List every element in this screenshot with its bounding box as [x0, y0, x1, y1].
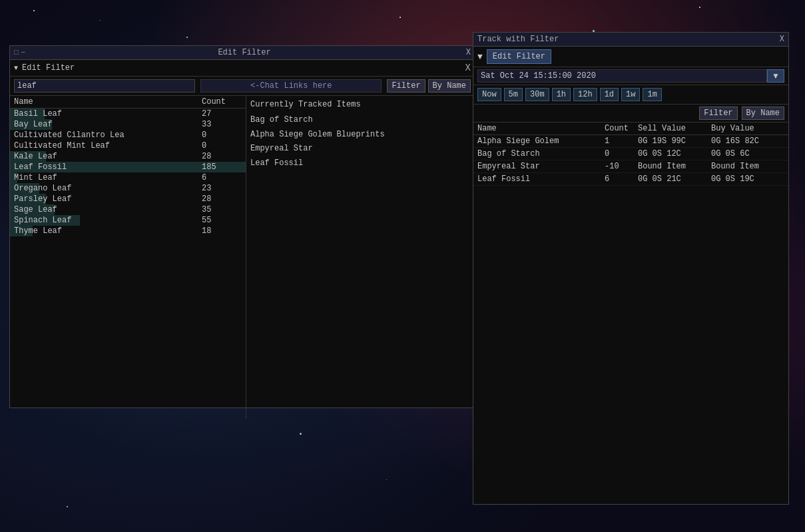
- list-item[interactable]: Cultivated Mint Leaf 0: [10, 140, 246, 151]
- table-row[interactable]: Empyreal Star -10 Bound Item Bound Item: [473, 160, 788, 173]
- time-btn-1d[interactable]: 1d: [600, 88, 619, 101]
- ef-tracked-list: Bag of StarchAlpha Siege Golem Blueprint…: [250, 113, 471, 170]
- time-btn-30m[interactable]: 30m: [525, 88, 549, 101]
- row-buy: 0G 0S 6C: [711, 149, 784, 158]
- table-row[interactable]: Alpha Siege Golem 1 0G 19S 99C 0G 16S 82…: [473, 135, 788, 148]
- tf-filter-button[interactable]: Filter: [699, 107, 737, 120]
- list-item[interactable]: Spinach Leaf 55: [10, 215, 246, 226]
- tf-edit-filter-button[interactable]: Edit Filter: [487, 49, 551, 64]
- title-icons: □ −: [14, 49, 25, 57]
- tf-header-section: ▼ Edit Filter: [473, 47, 788, 67]
- row-sell: 0G 19S 99C: [638, 136, 711, 146]
- tf-col-count-header: Count: [605, 124, 638, 133]
- row-buy: 0G 16S 82C: [711, 136, 784, 146]
- row-count: 0: [605, 149, 638, 158]
- tf-time-buttons: Now5m30m1h12h1d1w1m: [473, 85, 788, 105]
- tracked-items-title: Currently Tracked Items: [250, 100, 471, 109]
- row-count: -10: [605, 162, 638, 171]
- list-item[interactable]: Bay Leaf 33: [10, 119, 246, 130]
- resize-icon[interactable]: □: [14, 49, 19, 57]
- time-btn-1m[interactable]: 1m: [643, 88, 661, 101]
- ef-items-list: Basil Leaf 27 Bay Leaf 33 Cultivated Cil…: [10, 109, 246, 419]
- list-item[interactable]: Oregano Leaf 23: [10, 183, 246, 194]
- tf-table-header: Name Count Sell Value Buy Value: [473, 123, 788, 135]
- time-btn-1w[interactable]: 1w: [621, 88, 640, 101]
- list-item[interactable]: Leaf Fossil 185: [10, 162, 246, 172]
- time-btn-12h[interactable]: 12h: [573, 88, 597, 101]
- col-count-header: Count: [202, 97, 242, 107]
- col-name-header: Name: [14, 97, 202, 107]
- list-item[interactable]: Parsley Leaf 28: [10, 194, 246, 204]
- row-sell: 0G 0S 21C: [638, 174, 711, 184]
- time-btn-5m[interactable]: 5m: [504, 88, 523, 101]
- tf-col-name-header: Name: [477, 124, 605, 133]
- edit-filter-header-label: Edit Filter: [22, 63, 75, 73]
- ef-col-headers: Name Count: [10, 96, 246, 109]
- tf-filter-row: Filter By Name: [473, 105, 788, 123]
- row-name: Alpha Siege Golem: [477, 136, 605, 146]
- ef-right-panel: Currently Tracked Items Bag of StarchAlp…: [246, 96, 475, 419]
- tf-triangle-icon: ▼: [477, 52, 483, 62]
- tf-datetime-display: Sat Oct 24 15:15:00 2020: [477, 69, 767, 83]
- edit-filter-header: ▼ Edit Filter X: [10, 60, 475, 77]
- tf-byname-button[interactable]: By Name: [742, 107, 784, 120]
- tf-dropdown-button[interactable]: ▼: [767, 69, 784, 83]
- track-filter-window: Track with Filter X ▼ Edit Filter Sat Oc…: [473, 32, 789, 505]
- track-filter-close[interactable]: X: [780, 35, 784, 44]
- row-buy: Bound Item: [711, 162, 784, 171]
- row-buy: 0G 0S 19C: [711, 174, 784, 184]
- list-item[interactable]: Basil Leaf 27: [10, 109, 246, 119]
- ef-left-panel: Name Count Basil Leaf 27 Bay Leaf 33 Cul…: [10, 96, 246, 419]
- row-name: Empyreal Star: [477, 162, 605, 171]
- time-btn-1h[interactable]: 1h: [552, 88, 571, 101]
- list-item[interactable]: Cultivated Cilantro Lea 0: [10, 130, 246, 140]
- tf-datetime-row: Sat Oct 24 15:15:00 2020 ▼: [473, 67, 788, 85]
- list-item[interactable]: Mint Leaf 6: [10, 172, 246, 183]
- search-input[interactable]: [14, 79, 195, 93]
- tf-table-body: Alpha Siege Golem 1 0G 19S 99C 0G 16S 82…: [473, 135, 788, 499]
- tracked-item: Alpha Siege Golem Blueprints: [250, 128, 471, 142]
- tf-col-sell-header: Sell Value: [638, 124, 711, 133]
- row-count: 1: [605, 136, 638, 146]
- chat-link-area: <-Chat Links here: [200, 79, 382, 93]
- filter-button[interactable]: Filter: [387, 79, 425, 93]
- ef-header-close[interactable]: X: [465, 63, 471, 73]
- edit-filter-title: Edit Filter: [25, 48, 463, 57]
- tf-col-buy-header: Buy Value: [711, 124, 784, 133]
- row-name: Leaf Fossil: [477, 174, 605, 184]
- row-name: Bag of Starch: [477, 149, 605, 158]
- row-sell: Bound Item: [638, 162, 711, 171]
- table-row[interactable]: Leaf Fossil 6 0G 0S 21C 0G 0S 19C: [473, 173, 788, 186]
- list-item[interactable]: Thyme Leaf 18: [10, 226, 246, 236]
- by-name-button[interactable]: By Name: [428, 79, 471, 93]
- tf-body: ▼ Edit Filter Sat Oct 24 15:15:00 2020 ▼…: [473, 47, 788, 499]
- track-filter-title: Track with Filter: [477, 35, 559, 44]
- list-item[interactable]: Kale Leaf 28: [10, 151, 246, 162]
- table-row[interactable]: Bag of Starch 0 0G 0S 12C 0G 0S 6C: [473, 148, 788, 160]
- list-item[interactable]: Sage Leaf 35: [10, 204, 246, 215]
- time-btn-now[interactable]: Now: [477, 88, 501, 101]
- row-count: 6: [605, 174, 638, 184]
- edit-filter-titlebar: □ − Edit Filter X: [10, 46, 475, 60]
- tracked-item: Bag of Starch: [250, 113, 471, 128]
- edit-filter-window: □ − Edit Filter X ▼ Edit Filter X <-Chat…: [9, 45, 475, 408]
- minimize-icon[interactable]: −: [21, 49, 26, 57]
- search-row: <-Chat Links here Filter By Name: [10, 77, 475, 96]
- edit-filter-close[interactable]: X: [466, 48, 471, 57]
- row-sell: 0G 0S 12C: [638, 149, 711, 158]
- tracked-item: Empyreal Star: [250, 142, 471, 156]
- ef-body: Name Count Basil Leaf 27 Bay Leaf 33 Cul…: [10, 96, 475, 419]
- track-filter-titlebar: Track with Filter X: [473, 33, 788, 47]
- triangle-icon: ▼: [14, 65, 18, 72]
- tracked-item: Leaf Fossil: [250, 156, 471, 171]
